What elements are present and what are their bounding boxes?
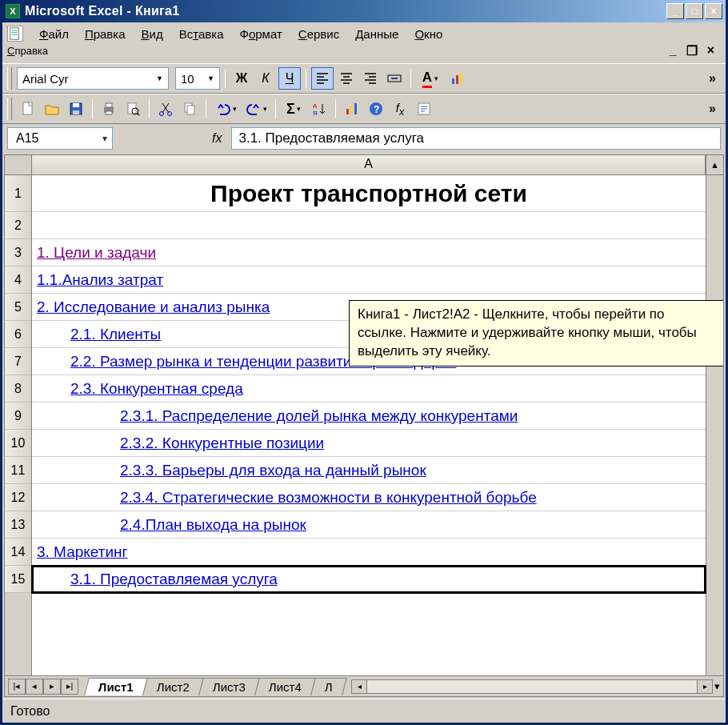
hyperlink[interactable]: 1.1.Анализ затрат xyxy=(37,271,163,289)
italic-button[interactable]: К xyxy=(254,67,277,90)
print-button[interactable] xyxy=(98,98,120,120)
cell-a13[interactable]: 2.4.План выхода на рынок xyxy=(32,511,706,539)
tab-last-button[interactable]: ▸| xyxy=(61,679,78,695)
mdi-restore-icon[interactable]: ❐ xyxy=(686,43,698,58)
cell-a1[interactable]: Проект транспортной сети xyxy=(32,175,706,212)
row-header[interactable]: 13 xyxy=(5,511,31,539)
cells-area[interactable]: Проект транспортной сети1. Цели и задачи… xyxy=(32,175,706,675)
toolbar-handle[interactable] xyxy=(7,67,12,90)
maximize-button[interactable]: □ xyxy=(686,3,703,19)
toolbar-overflow[interactable]: » xyxy=(704,102,721,116)
formula-input[interactable]: 3.1. Предоставляемая услуга xyxy=(231,127,721,150)
vscroll-top-button[interactable]: ▲ xyxy=(706,155,723,174)
column-header-a[interactable]: A xyxy=(32,155,706,174)
close-button[interactable]: × xyxy=(705,3,722,19)
research-button[interactable] xyxy=(413,98,435,120)
row-header[interactable]: 11 xyxy=(5,457,31,484)
vertical-scrollbar[interactable] xyxy=(706,175,723,675)
cell-a11[interactable]: 2.3.3. Барьеры для входа на данный рынок xyxy=(32,457,706,484)
hyperlink[interactable]: 2.3.1. Распределение долей рынка между к… xyxy=(120,407,518,425)
sort-button[interactable]: АЯ xyxy=(308,98,330,120)
hyperlink[interactable]: 1. Цели и задачи xyxy=(37,244,156,262)
cell-a3[interactable]: 1. Цели и задачи xyxy=(32,239,706,266)
cut-button[interactable] xyxy=(154,98,177,120)
hyperlink[interactable]: 2.4.План выхода на рынок xyxy=(120,516,306,534)
tab-prev-button[interactable]: ◂ xyxy=(26,679,43,695)
align-center-button[interactable] xyxy=(335,67,358,90)
menu-данные[interactable]: Данные xyxy=(347,24,406,44)
hyperlink[interactable]: 2.1. Клиенты xyxy=(70,326,161,343)
row-header[interactable]: 14 xyxy=(5,539,31,566)
mdi-close-icon[interactable]: × xyxy=(707,43,714,58)
menu-правка[interactable]: Правка xyxy=(77,24,134,44)
sheet-tab[interactable]: Л xyxy=(310,678,347,695)
menu-сервис[interactable]: Сервис xyxy=(290,24,347,44)
tab-first-button[interactable]: |◂ xyxy=(8,679,26,695)
cell-a4[interactable]: 1.1.Анализ затрат xyxy=(32,266,706,294)
merge-center-button[interactable] xyxy=(383,67,406,90)
sheet-tab[interactable]: Лист3 xyxy=(198,678,260,695)
sheet-tab[interactable]: Лист4 xyxy=(254,678,316,695)
undo-button[interactable]: ▾ xyxy=(211,98,240,120)
menu-help[interactable]: Справка xyxy=(7,45,48,57)
name-box[interactable]: A15 xyxy=(7,127,113,150)
hyperlink[interactable]: 2.3.2. Конкурентные позиции xyxy=(120,435,324,452)
redo-button[interactable]: ▾ xyxy=(242,98,270,120)
hyperlink[interactable]: 2. Исследование и анализ рынка xyxy=(37,298,270,316)
align-right-button[interactable] xyxy=(359,67,382,90)
select-all-corner[interactable] xyxy=(5,155,32,174)
cell-a2[interactable] xyxy=(32,212,706,239)
row-header[interactable]: 1 xyxy=(5,175,31,212)
cell-a10[interactable]: 2.3.2. Конкурентные позиции xyxy=(32,430,706,457)
toolbar-handle[interactable] xyxy=(7,98,12,120)
save-button[interactable] xyxy=(65,98,87,120)
new-button[interactable] xyxy=(17,98,39,120)
bold-button[interactable]: Ж xyxy=(230,67,253,90)
open-button[interactable] xyxy=(41,98,63,120)
font-size-select[interactable]: 10▼ xyxy=(175,67,220,90)
cell-a12[interactable]: 2.3.4. Стратегические возможности в конк… xyxy=(32,484,706,511)
cell-a14[interactable]: 3. Маркетинг xyxy=(32,539,706,566)
help-button[interactable]: ? xyxy=(365,98,387,120)
row-header[interactable]: 15 xyxy=(5,566,31,593)
insert-chart-button[interactable] xyxy=(446,67,469,90)
hscroll-left-button[interactable]: ◂ xyxy=(351,679,367,694)
hyperlink[interactable]: 2.3. Конкурентная среда xyxy=(70,380,243,398)
cell-a15[interactable]: 3.1. Предоставляемая услуга xyxy=(32,566,706,593)
vscroll-down-button[interactable]: ▾ xyxy=(714,680,720,692)
row-header[interactable]: 7 xyxy=(5,348,31,375)
cell-a8[interactable]: 2.3. Конкурентная среда xyxy=(32,375,706,403)
titlebar[interactable]: X Microsoft Excel - Книга1 _ □ × xyxy=(2,0,726,22)
fx-button[interactable]: fx xyxy=(389,98,411,120)
row-header[interactable]: 2 xyxy=(5,212,31,239)
toolbar-overflow[interactable]: » xyxy=(704,71,721,86)
align-left-button[interactable] xyxy=(311,67,334,90)
hyperlink[interactable]: 2.3.3. Барьеры для входа на данный рынок xyxy=(120,462,426,479)
row-header[interactable]: 3 xyxy=(5,239,31,266)
print-preview-button[interactable] xyxy=(122,98,144,120)
underline-button[interactable]: Ч xyxy=(278,67,301,90)
menu-файл[interactable]: Файл xyxy=(31,24,77,44)
fx-label[interactable]: fx xyxy=(116,131,228,146)
font-color-button[interactable]: A▾ xyxy=(416,67,445,90)
hyperlink[interactable]: 3.1. Предоставляемая услуга xyxy=(70,571,278,588)
horizontal-scrollbar[interactable] xyxy=(367,679,697,694)
sheet-tab[interactable]: Лист2 xyxy=(142,678,204,695)
hscroll-right-button[interactable]: ▸ xyxy=(697,679,713,694)
tab-next-button[interactable]: ▸ xyxy=(43,679,61,695)
autosum-button[interactable]: Σ▾ xyxy=(281,98,306,120)
row-header[interactable]: 5 xyxy=(5,294,31,321)
row-header[interactable]: 12 xyxy=(5,484,31,511)
hyperlink[interactable]: 2.3.4. Стратегические возможности в конк… xyxy=(120,489,537,507)
minimize-button[interactable]: _ xyxy=(666,3,684,19)
hyperlink[interactable]: 3. Маркетинг xyxy=(37,543,128,561)
row-header[interactable]: 8 xyxy=(5,375,31,403)
cell-a9[interactable]: 2.3.1. Распределение долей рынка между к… xyxy=(32,403,706,430)
menu-окно[interactable]: Окно xyxy=(406,24,450,44)
menu-формат[interactable]: Формат xyxy=(231,24,290,44)
font-name-select[interactable]: Arial Cyr▼ xyxy=(17,67,169,90)
row-header[interactable]: 10 xyxy=(5,430,31,457)
menu-вид[interactable]: Вид xyxy=(134,24,171,44)
row-header[interactable]: 6 xyxy=(5,321,31,348)
chart-wizard-button[interactable] xyxy=(341,98,363,120)
